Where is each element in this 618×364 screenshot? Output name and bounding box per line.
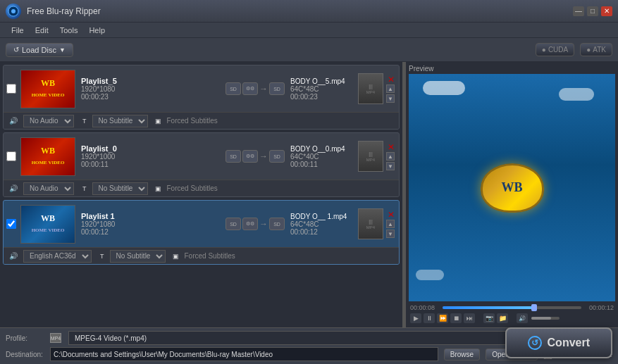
audio-icon: 🔊: [9, 252, 18, 260]
move-up-icon[interactable]: ▲: [386, 220, 395, 228]
settings-icon[interactable]: ⚙⚙: [242, 82, 258, 95]
convert-button-label: Convert: [548, 337, 590, 349]
output-resolution: 64C*40C: [290, 153, 354, 161]
output-name: BODY O__0.mp4: [290, 145, 354, 153]
title-bar: Free Blu-ray Ripper — □ ✕: [0, 0, 618, 23]
subtitle-icon: T: [82, 185, 87, 192]
svg-point-1: [11, 9, 16, 13]
menu-help[interactable]: Help: [83, 25, 111, 36]
arrow-icon: →: [259, 151, 268, 161]
maximize-button[interactable]: □: [587, 6, 598, 16]
profile-select[interactable]: MPEG-4 Video (*.mp4): [68, 331, 515, 345]
file-checkbox[interactable]: [6, 84, 16, 94]
settings-icon[interactable]: ⚙⚙: [242, 150, 258, 163]
volume-bar[interactable]: [531, 317, 560, 320]
file-resolution: 1920*1080: [81, 85, 220, 93]
cuda-button[interactable]: ● CUDA: [536, 43, 574, 56]
forced-icon: ▣: [155, 118, 161, 125]
subtitle-select[interactable]: No Subtitle: [92, 115, 148, 127]
minimize-button[interactable]: —: [573, 6, 584, 16]
move-down-icon[interactable]: ▼: [386, 94, 395, 103]
convert-button[interactable]: ↺ Convert: [505, 327, 612, 358]
arrow-area: SD ⚙⚙ → SD: [220, 82, 290, 95]
forced-subtitles-label: Forced Subtitles: [167, 184, 218, 192]
subtitle-select[interactable]: No Subtitle: [110, 250, 166, 263]
menu-edit[interactable]: Edit: [30, 25, 54, 36]
forced-subtitles-label: Forced Subtitles: [167, 117, 218, 125]
output-resolution: 64C*48C: [290, 220, 354, 228]
file-item: WBHOME VIDEO Playlist_5 1920*1080 00:00:…: [3, 65, 400, 130]
forced-icon: ▣: [155, 185, 161, 192]
atk-label: ATK: [593, 46, 606, 54]
output-info: BODY O__5.mp4 64C*48C 00:00:23: [290, 77, 354, 101]
format-icon: ||| MP4: [358, 73, 383, 104]
file-item-main: WBHOME VIDEO Playlist_0 1920*1000 00:00:…: [4, 133, 399, 180]
cuda-icon: ●: [542, 46, 546, 54]
delete-button[interactable]: ✕: [386, 210, 396, 220]
folder-button[interactable]: 📁: [497, 313, 508, 323]
arrow-icon: →: [259, 84, 268, 94]
atk-button[interactable]: ● ATK: [580, 43, 612, 56]
close-button[interactable]: ✕: [601, 6, 612, 16]
file-info: Playlist 1 1920*1080 00:00:12: [81, 212, 220, 236]
stop-button[interactable]: ⏹: [450, 313, 462, 323]
delete-button[interactable]: ✕: [386, 75, 396, 84]
browse-button[interactable]: Browse: [444, 349, 480, 360]
menu-bar: File Edit Tools Help: [0, 23, 618, 38]
file-name: Playlist_0: [81, 144, 220, 153]
menu-file[interactable]: File: [6, 25, 30, 36]
file-item-sub: 🔊 English AC36d T No Subtitle ▣ Forced S…: [4, 247, 399, 264]
delete-button[interactable]: ✕: [386, 142, 396, 152]
file-resolution: 1920*1000: [81, 153, 220, 161]
preview-video-inner: WB: [409, 74, 615, 301]
progress-bar[interactable]: [443, 306, 581, 309]
file-info: Playlist_0 1920*1000 00:00:11: [81, 144, 220, 168]
audio-select[interactable]: No Audio: [23, 115, 74, 127]
file-duration: 00:00:12: [81, 228, 220, 236]
preview-video[interactable]: WB: [409, 74, 615, 301]
total-time: 00:00:12: [584, 304, 614, 311]
move-up-icon[interactable]: ▲: [386, 152, 395, 161]
screenshot-button[interactable]: 📷: [483, 313, 495, 323]
volume-fill: [531, 317, 551, 320]
skip-forward-button[interactable]: ⏭: [464, 313, 475, 323]
audio-select[interactable]: English AC36d: [23, 250, 92, 263]
menu-tools[interactable]: Tools: [54, 25, 84, 36]
move-down-icon[interactable]: ▼: [386, 162, 395, 170]
subtitle-icon: T: [100, 253, 104, 260]
forced-subtitles-label: Forced Subtitles: [185, 252, 235, 260]
audio-select[interactable]: No Audio: [23, 182, 74, 195]
app-title: Free Blu-ray Ripper: [27, 6, 570, 16]
file-item-sub: 🔊 No Audio T No Subtitle ▣ Forced Subtit…: [4, 112, 399, 129]
play-button[interactable]: ▶: [410, 313, 421, 323]
item-side-controls: ✕ ▲ ▼: [385, 75, 396, 103]
file-item: WBHOME VIDEO Playlist_0 1920*1000 00:00:…: [3, 132, 400, 197]
progress-thumb[interactable]: [531, 304, 537, 311]
current-time: 00:00:08: [410, 304, 440, 311]
output-name: BODY O__5.mp4: [290, 77, 354, 85]
file-checkbox[interactable]: [6, 219, 16, 229]
forced-icon: ▣: [173, 253, 179, 260]
subtitle-select[interactable]: No Subtitle: [92, 182, 148, 195]
refresh-icon: ↺: [13, 46, 19, 54]
output-name: BODY O__ 1.mp4: [290, 213, 354, 220]
input-format-icon: SD: [225, 150, 241, 163]
settings-icon[interactable]: ⚙⚙: [242, 218, 258, 230]
thumb-logo: WBHOME VIDEO: [32, 213, 65, 234]
destination-input[interactable]: [50, 347, 438, 361]
main-content: WBHOME VIDEO Playlist_5 1920*1080 00:00:…: [0, 62, 618, 327]
pause-button[interactable]: ⏸: [424, 313, 435, 323]
output-format-icon: SD: [269, 218, 285, 230]
fast-forward-button[interactable]: ⏩: [437, 313, 448, 323]
output-format-icon: SD: [269, 82, 285, 95]
preview-panel: Preview WB 00:00:08 00:00:12 ▶ ⏸ ⏩: [406, 62, 618, 327]
file-checkbox[interactable]: [6, 151, 16, 161]
load-disc-button[interactable]: ↺ Load Disc ▼: [6, 43, 73, 57]
cloud-decoration: [559, 88, 594, 101]
volume-icon[interactable]: 🔊: [517, 313, 528, 323]
arrow-area: SD ⚙⚙ → SD: [220, 218, 290, 230]
move-down-icon[interactable]: ▼: [386, 230, 395, 238]
move-up-icon[interactable]: ▲: [386, 84, 395, 93]
format-icon: ||| MP4: [358, 141, 383, 172]
file-list[interactable]: WBHOME VIDEO Playlist_5 1920*1080 00:00:…: [0, 62, 403, 327]
